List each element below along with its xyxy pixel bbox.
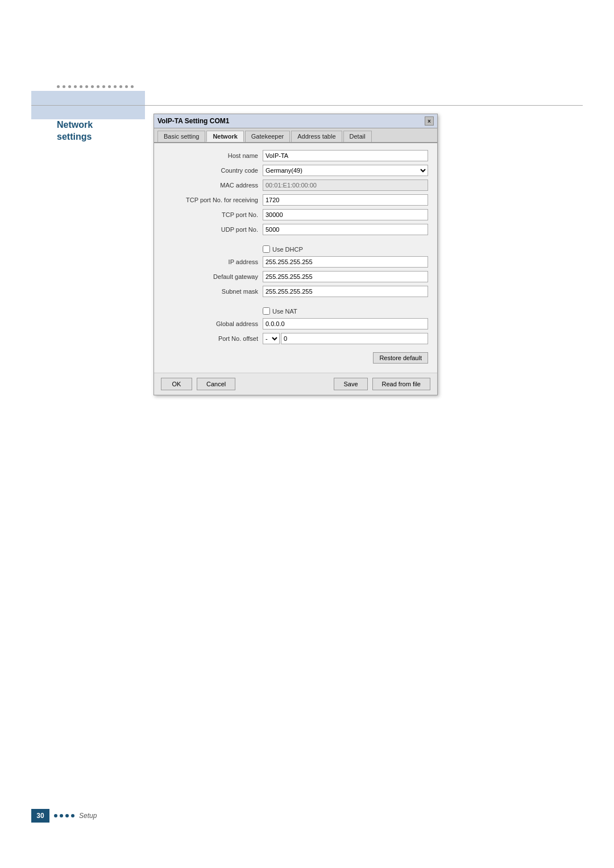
default-gateway-input[interactable] xyxy=(263,271,428,282)
udp-port-input[interactable] xyxy=(263,224,428,235)
udp-port-row: UDP port No. xyxy=(163,224,428,235)
subnet-mask-label: Subnet mask xyxy=(163,288,263,295)
page-section-label: Setup xyxy=(79,812,97,820)
section-heading-line1: Network xyxy=(57,119,93,131)
use-dhcp-label: Use DHCP xyxy=(263,245,303,253)
port-no-offset-label: Port No. offset xyxy=(163,335,263,342)
use-dhcp-checkbox[interactable] xyxy=(263,245,270,253)
tcp-port-row: TCP port No. xyxy=(163,209,428,220)
mac-address-label: MAC address xyxy=(163,182,263,189)
tab-bar: Basic setting Network Gatekeeper Address… xyxy=(154,128,437,143)
host-name-label: Host name xyxy=(163,152,263,159)
ip-address-row: IP address xyxy=(163,256,428,268)
use-nat-label: Use NAT xyxy=(263,307,297,315)
country-code-select[interactable]: Germany(49) xyxy=(263,165,428,176)
dots-decoration xyxy=(57,85,134,88)
global-address-input[interactable] xyxy=(263,318,428,329)
tcp-port-label: TCP port No. xyxy=(163,211,263,218)
global-address-label: Global address xyxy=(163,320,263,327)
tcp-port-input[interactable] xyxy=(263,209,428,220)
page-number-area: 30 Setup xyxy=(31,809,97,823)
save-button[interactable]: Save xyxy=(334,378,367,390)
tab-address-table[interactable]: Address table xyxy=(291,131,342,142)
default-gateway-label: Default gateway xyxy=(163,273,263,280)
use-nat-row: Use NAT xyxy=(163,307,428,315)
dialog-titlebar: VoIP-TA Setting COM1 × xyxy=(154,114,437,128)
port-no-offset-sign-select[interactable]: - + xyxy=(263,333,280,344)
country-code-row: Country code Germany(49) xyxy=(163,165,428,176)
default-gateway-row: Default gateway xyxy=(163,271,428,282)
tcp-port-receiving-label: TCP port No. for receiving xyxy=(163,197,263,203)
dialog-footer: OK Cancel Save Read from file xyxy=(154,373,437,395)
page-dots xyxy=(54,814,74,817)
host-name-row: Host name xyxy=(163,150,428,161)
udp-port-label: UDP port No. xyxy=(163,226,263,233)
voipta-setting-dialog: VoIP-TA Setting COM1 × Basic setting Net… xyxy=(154,114,438,395)
dialog-close-button[interactable]: × xyxy=(425,116,434,126)
subnet-mask-input[interactable] xyxy=(263,286,428,297)
section-heading: Network settings xyxy=(57,119,93,143)
restore-default-button[interactable]: Restore default xyxy=(373,352,428,364)
restore-area: Restore default xyxy=(163,348,428,366)
page-number: 30 xyxy=(36,812,44,820)
section-heading-line2: settings xyxy=(57,131,93,143)
read-from-file-button[interactable]: Read from file xyxy=(372,378,430,390)
global-address-row: Global address xyxy=(163,318,428,329)
country-code-label: Country code xyxy=(163,167,263,174)
ip-address-input[interactable] xyxy=(263,256,428,268)
tcp-port-receiving-input[interactable] xyxy=(263,194,428,206)
cancel-button[interactable]: Cancel xyxy=(197,378,235,390)
ok-button[interactable]: OK xyxy=(161,378,192,390)
mac-address-input xyxy=(263,180,428,191)
subnet-mask-row: Subnet mask xyxy=(163,286,428,297)
ip-address-label: IP address xyxy=(163,258,263,265)
port-no-offset-input[interactable] xyxy=(281,333,428,344)
tab-gatekeeper[interactable]: Gatekeeper xyxy=(245,131,290,142)
mac-address-row: MAC address xyxy=(163,180,428,191)
port-no-offset-row: Port No. offset - + xyxy=(163,333,428,344)
use-dhcp-row: Use DHCP xyxy=(163,245,428,253)
host-name-input[interactable] xyxy=(263,150,428,161)
tab-basic-setting[interactable]: Basic setting xyxy=(157,131,205,142)
tcp-port-receiving-row: TCP port No. for receiving xyxy=(163,194,428,206)
tab-network[interactable]: Network xyxy=(206,131,243,142)
horizontal-rule xyxy=(31,105,583,106)
tab-detail[interactable]: Detail xyxy=(343,131,372,142)
use-nat-checkbox[interactable] xyxy=(263,307,270,315)
dialog-body: Host name Country code Germany(49) MAC a… xyxy=(154,143,437,373)
dialog-title: VoIP-TA Setting COM1 xyxy=(157,117,229,125)
page-badge: 30 xyxy=(31,809,49,823)
